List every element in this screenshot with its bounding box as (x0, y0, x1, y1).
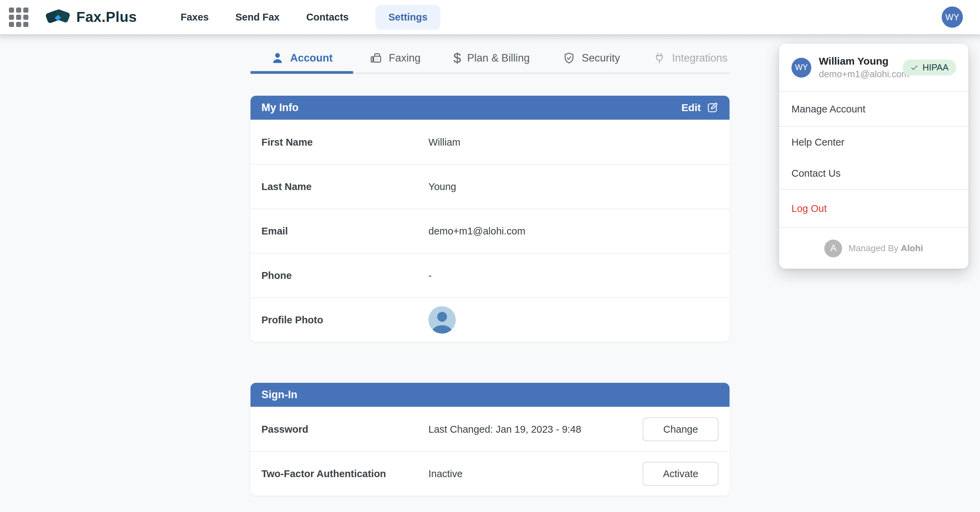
sign-in-card: Sign-In Password Last Changed: Jan 19, 2… (250, 383, 730, 496)
tab-integrations-label: Integrations (672, 52, 727, 64)
dollar-icon: $ (453, 51, 461, 65)
tab-integrations[interactable]: Integrations (636, 44, 744, 73)
tab-security[interactable]: Security (546, 44, 636, 73)
two-factor-status: Inactive (428, 468, 463, 480)
phone-value: - (428, 270, 432, 281)
profile-photo-label: Profile Photo (261, 314, 428, 326)
user-email: demo+m1@alohi.com (819, 69, 903, 80)
profile-photo-avatar (428, 306, 456, 334)
two-factor-label: Two-Factor Authentication (261, 468, 428, 480)
tab-faxing-label: Faxing (389, 52, 420, 64)
managed-by-company: Alohi (901, 243, 923, 253)
last-name-value: Young (428, 181, 456, 192)
tab-plan-billing[interactable]: $ Plan & Billing (437, 44, 546, 73)
main-nav: Faxes Send Fax Contacts Settings (181, 5, 441, 30)
my-info-header: My Info Edit (250, 96, 730, 120)
email-value: demo+m1@alohi.com (428, 225, 525, 237)
fax-icon (369, 52, 383, 65)
menu-item-manage-account[interactable]: Manage Account (779, 92, 968, 126)
sign-in-header: Sign-In (250, 383, 730, 407)
password-last-changed: Last Changed: Jan 19, 2023 - 9:48 (428, 424, 581, 435)
menu-item-contact-us[interactable]: Contact Us (779, 158, 968, 189)
menu-item-help-center[interactable]: Help Center (779, 127, 968, 158)
settings-tabs: Account Faxing $ Plan & Billing (250, 44, 730, 74)
user-menu-header: WY William Young demo+m1@alohi.com HIPAA (779, 44, 968, 91)
phone-label: Phone (261, 270, 428, 281)
two-factor-row: Two-Factor Authentication Inactive Activ… (250, 451, 730, 496)
edit-button[interactable]: Edit (681, 101, 719, 114)
first-name-label: First Name (261, 137, 428, 148)
top-navbar: Fax.Plus Faxes Send Fax Contacts Setting… (0, 0, 980, 34)
tab-account[interactable]: Account (250, 44, 353, 73)
last-name-label: Last Name (261, 181, 428, 192)
tab-security-label: Security (582, 52, 620, 64)
tab-plan-billing-label: Plan & Billing (467, 52, 530, 64)
shield-check-icon (563, 52, 576, 65)
my-info-card: My Info Edit First Name William Last Nam… (250, 96, 730, 342)
first-name-value: William (428, 137, 460, 148)
email-label: Email (261, 225, 428, 237)
person-avatar-icon (428, 306, 456, 334)
email-row: Email demo+m1@alohi.com (250, 209, 730, 253)
nav-item-faxes[interactable]: Faxes (181, 12, 209, 23)
edit-button-label: Edit (681, 102, 701, 114)
user-menu-popover: WY William Young demo+m1@alohi.com HIPAA… (779, 44, 968, 269)
plug-icon (653, 52, 666, 65)
change-password-button[interactable]: Change (643, 417, 719, 441)
user-name: William Young (819, 55, 903, 67)
menu-item-log-out[interactable]: Log Out (779, 190, 968, 227)
nav-item-settings[interactable]: Settings (375, 5, 441, 30)
first-name-row: First Name William (250, 120, 730, 164)
password-label: Password (261, 424, 428, 435)
phone-row: Phone - (250, 253, 730, 297)
nav-item-contacts[interactable]: Contacts (306, 12, 349, 23)
apps-grid-icon[interactable] (9, 8, 29, 27)
my-info-title: My Info (261, 101, 299, 114)
logo-wordmark: Fax.Plus (76, 9, 137, 25)
edit-pencil-icon (706, 101, 719, 114)
hipaa-badge-label: HIPAA (923, 62, 948, 73)
faxplus-logo-icon (43, 6, 73, 28)
password-row: Password Last Changed: Jan 19, 2023 - 9:… (250, 407, 730, 451)
user-menu-avatar: WY (791, 58, 811, 78)
tab-account-label: Account (290, 52, 332, 64)
user-identity: William Young demo+m1@alohi.com (819, 55, 903, 80)
hipaa-badge: HIPAA (903, 59, 956, 76)
checkmark-icon (910, 63, 918, 72)
user-icon (271, 52, 284, 65)
alohi-avatar: A (824, 239, 842, 257)
last-name-row: Last Name Young (250, 164, 730, 209)
faxplus-logo[interactable]: Fax.Plus (43, 6, 137, 28)
profile-photo-row: Profile Photo (250, 297, 730, 342)
sign-in-title: Sign-In (261, 388, 298, 401)
user-avatar-button[interactable]: WY (942, 6, 963, 28)
nav-item-send-fax[interactable]: Send Fax (235, 12, 280, 23)
tab-faxing[interactable]: Faxing (353, 44, 437, 73)
managed-by-footer: A Managed By Alohi (779, 228, 968, 269)
activate-two-factor-button[interactable]: Activate (643, 462, 719, 486)
managed-by-text: Managed By Alohi (848, 243, 923, 254)
